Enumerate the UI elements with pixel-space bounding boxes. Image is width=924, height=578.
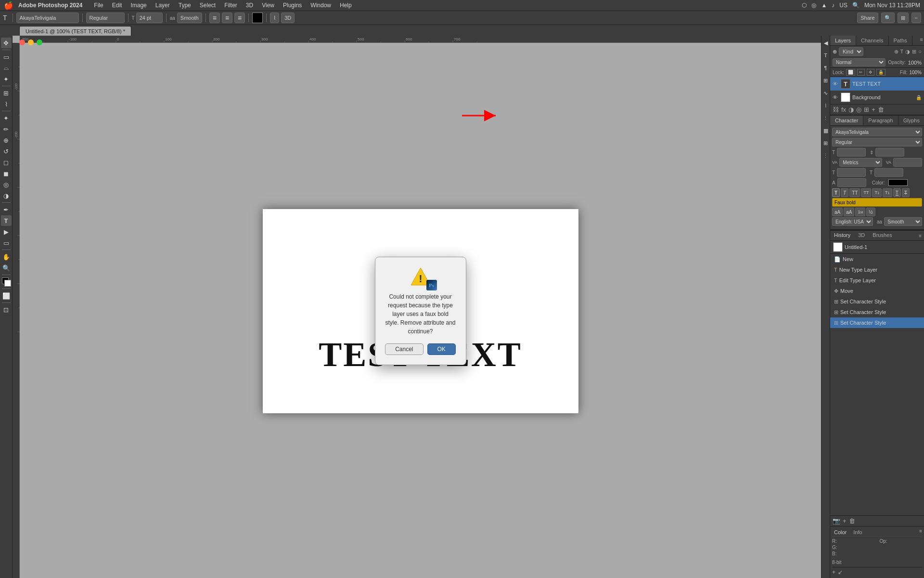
menu-file[interactable]: File xyxy=(90,1,107,10)
layer-delete-icon[interactable]: 🗑 xyxy=(878,106,884,113)
layer-mask-icon[interactable]: ◑ xyxy=(848,106,854,113)
fraction-btn[interactable]: ½ xyxy=(866,208,875,216)
blur-tool[interactable]: ◎ xyxy=(1,179,12,190)
dodge-tool[interactable]: ◑ xyxy=(1,190,12,201)
super-script-btn[interactable]: 1st xyxy=(855,208,865,216)
menu-edit[interactable]: Edit xyxy=(108,1,126,10)
menu-3d[interactable]: 3D xyxy=(242,1,257,10)
pen-tool[interactable]: ✒ xyxy=(1,204,12,215)
history-brush-tool[interactable]: ↺ xyxy=(1,146,12,157)
eraser-tool[interactable]: ◻ xyxy=(1,157,12,168)
lock-transparent-btn[interactable]: ⬜ xyxy=(846,69,855,76)
history-item-scs2[interactable]: ⊞ Set Character Style xyxy=(830,307,924,317)
layer-link-icon[interactable]: ⛓ xyxy=(833,106,839,113)
align-left-btn[interactable]: ≡ xyxy=(209,13,220,23)
superscript-btn[interactable]: T1 xyxy=(872,188,882,197)
history-item-new-type-layer[interactable]: T New Type Layer xyxy=(830,264,924,275)
tracking-select[interactable]: Metrics xyxy=(839,158,882,167)
history-delete-icon[interactable]: 🗑 xyxy=(849,517,855,525)
history-item-new[interactable]: 📄 New xyxy=(830,254,924,264)
layer-adjustment-icon[interactable]: ◎ xyxy=(856,106,861,113)
foreground-color[interactable] xyxy=(1,276,12,287)
filter-icon-4[interactable]: ⊞ xyxy=(912,49,916,55)
share-btn[interactable]: Share xyxy=(857,13,878,23)
ordinal2-btn[interactable]: aA xyxy=(844,208,854,216)
faux-italic-btn[interactable]: T xyxy=(841,188,848,197)
strikethrough-btn[interactable]: T xyxy=(902,188,910,197)
tab-paragraph[interactable]: Paragraph xyxy=(863,116,898,125)
search-btn[interactable]: 🔍 xyxy=(881,13,895,23)
baseline-input[interactable]: 0 pt xyxy=(837,178,866,187)
layer-fx-icon[interactable]: fx xyxy=(841,106,846,113)
arrange-btn[interactable]: ⊞ xyxy=(898,13,909,23)
shape-tool[interactable]: ▭ xyxy=(1,237,12,248)
smooth-select[interactable]: Smooth xyxy=(884,217,922,226)
menu-window[interactable]: Window xyxy=(307,1,335,10)
filter-kind-select[interactable]: Kind xyxy=(839,47,863,56)
color-add-icon[interactable]: + xyxy=(832,569,835,576)
gradient-tool[interactable]: ◼ xyxy=(1,168,12,179)
text-color-swatch[interactable] xyxy=(252,13,263,23)
path-select-tool[interactable]: ▶ xyxy=(1,226,12,237)
eyedropper-tool[interactable]: ⌇ xyxy=(1,99,12,109)
warp-btn[interactable]: ⌇ xyxy=(270,13,279,23)
layers-options-icon[interactable]: ≡ xyxy=(920,37,923,44)
char-style-select[interactable]: Regular xyxy=(832,138,922,146)
tab-color[interactable]: Color xyxy=(832,528,848,536)
dialog-ok-button[interactable]: OK xyxy=(427,343,456,355)
menu-plugins[interactable]: Plugins xyxy=(279,1,306,10)
layer-group-icon[interactable]: ⊞ xyxy=(864,106,869,113)
history-item-move[interactable]: ✥ Move xyxy=(830,286,924,296)
tab-brushes[interactable]: Brushes xyxy=(869,231,896,240)
type-tool[interactable]: T xyxy=(1,215,12,226)
filter-icon-2[interactable]: T xyxy=(900,49,904,55)
char-font-select[interactable]: AkayaTelivigala xyxy=(832,128,922,136)
tab-channels[interactable]: Channels xyxy=(856,36,888,45)
tab-glyphs[interactable]: Glyphs xyxy=(898,116,924,125)
history-item-edit-type-layer[interactable]: T Edit Type Layer xyxy=(830,275,924,286)
layer-item-test-text[interactable]: 👁 T TEST TEXT xyxy=(830,77,924,91)
layer-eye-2[interactable]: 👁 xyxy=(833,94,838,100)
color-info-options[interactable]: ≡ xyxy=(919,528,922,536)
antialiasing-btn[interactable]: Smooth xyxy=(177,13,202,23)
menu-view[interactable]: View xyxy=(258,1,278,10)
tab-layers[interactable]: Layers xyxy=(830,36,856,45)
layer-eye-1[interactable]: 👁 xyxy=(833,81,838,87)
minimize-btn[interactable]: − xyxy=(911,13,921,23)
menu-select[interactable]: Select xyxy=(196,1,219,10)
lasso-tool[interactable]: ⌓ xyxy=(1,63,12,73)
menu-filter[interactable]: Filter xyxy=(220,1,241,10)
clone-tool[interactable]: ⊕ xyxy=(1,135,12,145)
history-item-scs1[interactable]: ⊞ Set Character Style xyxy=(830,296,924,307)
marquee-tool[interactable]: ▭ xyxy=(1,52,12,62)
font-family-btn[interactable]: AkayaTelivigala xyxy=(16,13,79,23)
search-icon[interactable]: 🔍 xyxy=(852,2,860,9)
healing-tool[interactable]: ✦ xyxy=(1,113,12,123)
history-new-icon[interactable]: + xyxy=(843,517,847,525)
3d-btn[interactable]: 3D xyxy=(281,13,295,23)
blend-mode-select[interactable]: Normal xyxy=(833,58,886,66)
all-caps-btn[interactable]: TT xyxy=(849,188,860,197)
layer-new-icon[interactable]: + xyxy=(872,106,875,113)
history-camera-icon[interactable]: 📷 xyxy=(833,517,840,525)
small-caps-btn[interactable]: TT xyxy=(861,188,871,197)
menu-image[interactable]: Image xyxy=(127,1,150,10)
history-item-scs3[interactable]: ⊞ Set Character Style xyxy=(830,317,924,328)
layer-item-background[interactable]: 👁 Background 🔒 xyxy=(830,91,924,104)
hand-tool[interactable]: ✋ xyxy=(1,251,12,262)
font-size-btn[interactable]: 24 pt xyxy=(136,13,163,23)
crop-tool[interactable]: ⊞ xyxy=(1,88,12,98)
subscript-btn[interactable]: T1 xyxy=(883,188,892,197)
tab-history[interactable]: History xyxy=(830,231,854,240)
menu-layer[interactable]: Layer xyxy=(152,1,174,10)
history-options-icon[interactable]: ≡ xyxy=(919,233,922,238)
filter-toggle[interactable]: ○ xyxy=(918,49,922,55)
kerning-input[interactable]: 0 xyxy=(893,158,922,167)
underline-btn[interactable]: T xyxy=(893,188,901,197)
scale-h-input[interactable]: 100% xyxy=(874,168,903,177)
lock-position-btn[interactable]: ✥ xyxy=(867,69,874,76)
document-tab[interactable]: Untitled-1 @ 100% (TEST TEXT, RGB/8) * xyxy=(19,26,131,36)
brush-tool[interactable]: ✏ xyxy=(1,124,12,134)
apple-menu[interactable]: 🍎 xyxy=(4,1,13,10)
tab-info[interactable]: Info xyxy=(851,528,864,536)
